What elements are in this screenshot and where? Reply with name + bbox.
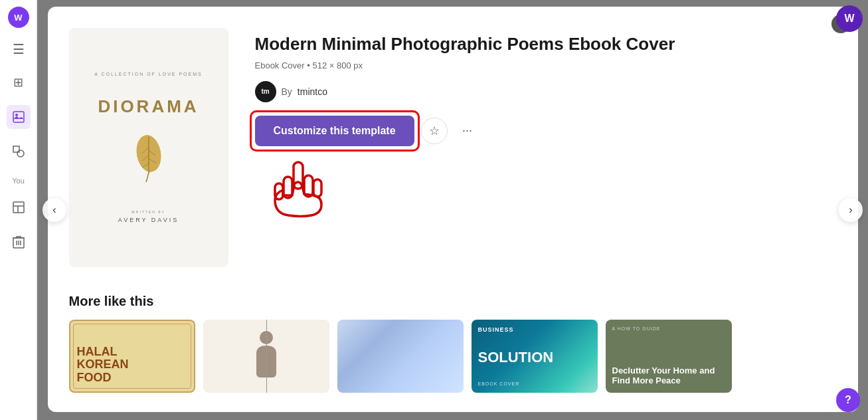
- cursor-annotation: [268, 157, 837, 233]
- declutter-title: Declutter Your Home and Find More Peace: [612, 366, 725, 386]
- biz-solution: SOLUTION: [478, 350, 591, 365]
- menu-icon[interactable]: ☰: [10, 39, 27, 60]
- book-preview: A COLLECTION OF LOVE POEMS DIORAMA: [69, 28, 228, 267]
- author-name: tmintco: [298, 86, 327, 97]
- leaf-illustration: [129, 130, 169, 183]
- declutter-guide: A HOW TO GUIDE: [612, 326, 725, 331]
- delete-icon[interactable]: [7, 230, 31, 254]
- shapes-icon[interactable]: [7, 140, 31, 163]
- main-content: ‹ × A COLLECTION OF LOVE POEMS DIORAMA: [37, 0, 868, 420]
- modal-backdrop[interactable]: ‹ × A COLLECTION OF LOVE POEMS DIORAMA: [37, 0, 868, 420]
- action-group: Customize this template ☆ ···: [255, 116, 837, 146]
- book-author-label: WRITTEN BY: [131, 210, 165, 214]
- book-subtitle: A COLLECTION OF LOVE POEMS: [94, 72, 202, 76]
- svg-point-2: [17, 150, 24, 157]
- template-sidebar-icon[interactable]: [7, 195, 31, 219]
- more-title: More like this: [69, 294, 837, 309]
- card-divider: [266, 320, 267, 393]
- modal-body: A COLLECTION OF LOVE POEMS DIORAMA: [69, 28, 837, 267]
- author-row: tm By tmintco: [255, 81, 837, 102]
- app-background: W ☰ ⊞ You ‹ ×: [0, 0, 868, 420]
- sidebar-avatar[interactable]: W: [8, 7, 29, 28]
- modal-dialog: × A COLLECTION OF LOVE POEMS DIORAMA: [48, 7, 858, 412]
- halal-text: HALALKOREANFOOD: [77, 346, 129, 385]
- customize-button[interactable]: Customize this template: [255, 116, 414, 146]
- sidebar: W ☰ ⊞ You: [0, 0, 37, 420]
- svg-rect-4: [13, 202, 24, 213]
- author-by: By: [282, 86, 292, 97]
- star-button[interactable]: ☆: [421, 118, 448, 144]
- book-author: AVERY DAVIS: [118, 217, 179, 223]
- you-label: You: [12, 177, 25, 185]
- book-title: DIORAMA: [98, 96, 199, 117]
- card-minimal-portrait[interactable]: [203, 320, 329, 393]
- customize-wrapper: Customize this template: [255, 116, 414, 146]
- card-watercolor[interactable]: [337, 320, 464, 393]
- help-button[interactable]: ?: [836, 388, 860, 412]
- nav-arrow-left[interactable]: ‹: [43, 198, 66, 222]
- svg-point-1: [15, 114, 18, 116]
- more-options-button[interactable]: ···: [454, 118, 481, 144]
- card-halal[interactable]: HALALKOREANFOOD: [69, 320, 195, 393]
- author-avatar: tm: [255, 81, 276, 102]
- biz-heading: BUSINESS: [478, 326, 591, 333]
- svg-rect-22: [313, 179, 321, 197]
- more-section: More like this HALALKOREANFOOD: [69, 294, 837, 393]
- svg-rect-0: [13, 112, 24, 122]
- card-declutter[interactable]: A HOW TO GUIDE Declutter Your Home and F…: [606, 320, 732, 393]
- more-grid: HALALKOREANFOOD: [69, 320, 837, 393]
- grid-icon[interactable]: ⊞: [7, 70, 31, 94]
- card-business-solution[interactable]: BUSINESS SOLUTION EBOOK COVER: [472, 320, 598, 393]
- nav-arrow-right[interactable]: ›: [839, 198, 863, 222]
- top-right-avatar[interactable]: W: [836, 5, 863, 32]
- info-panel: Modern Minimal Photographic Poems Ebook …: [255, 28, 837, 267]
- template-title: Modern Minimal Photographic Poems Ebook …: [255, 33, 837, 55]
- image-icon[interactable]: [7, 105, 31, 129]
- template-meta: Ebook Cover • 512 × 800 px: [255, 60, 837, 70]
- biz-sub: EBOOK COVER: [478, 381, 591, 386]
